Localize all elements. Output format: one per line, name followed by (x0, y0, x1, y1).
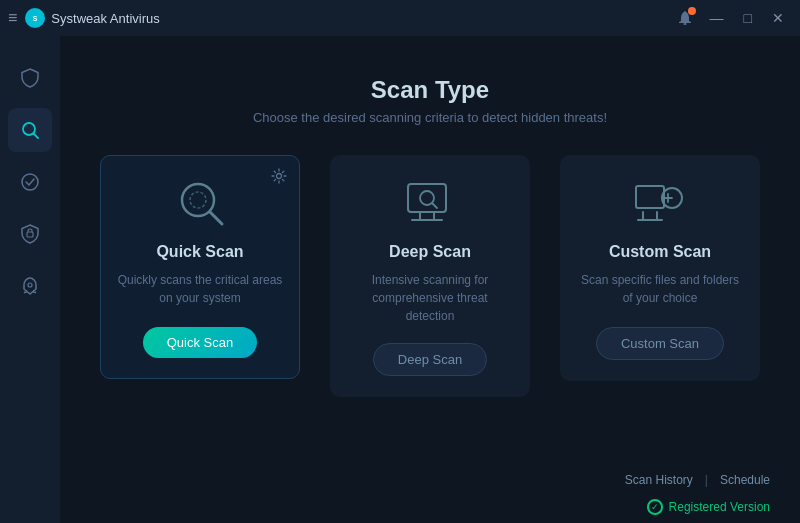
page-subtitle: Choose the desired scanning criteria to … (60, 110, 800, 125)
registered-label: Registered Version (669, 500, 770, 514)
quick-scan-button[interactable]: Quick Scan (143, 327, 257, 358)
svg-line-16 (432, 203, 437, 208)
title-bar-left: ≡ S Systweak Antivirus (8, 8, 160, 28)
notification-badge[interactable] (676, 9, 694, 27)
deep-scan-icon (400, 176, 460, 231)
quick-scan-desc: Quickly scans the critical areas on your… (117, 271, 283, 309)
svg-point-7 (277, 174, 282, 179)
svg-line-3 (34, 134, 39, 139)
svg-point-4 (22, 174, 38, 190)
custom-scan-desc: Scan specific files and folders of your … (577, 271, 743, 309)
sidebar-item-boost[interactable] (8, 264, 52, 308)
quick-scan-title: Quick Scan (156, 243, 243, 261)
sidebar-item-scan[interactable] (8, 108, 52, 152)
card-settings-icon[interactable] (271, 168, 287, 184)
svg-point-10 (190, 192, 206, 208)
close-button[interactable]: ✕ (764, 8, 792, 28)
shield-icon (19, 67, 41, 89)
lock-shield-icon (19, 223, 41, 245)
content-area: Scan Type Choose the desired scanning cr… (60, 36, 800, 523)
footer-divider: | (705, 473, 708, 487)
footer-links: Scan History | Schedule (625, 473, 770, 487)
scan-history-link[interactable]: Scan History (625, 473, 693, 487)
svg-line-9 (210, 212, 222, 224)
registered-version: ✓ Registered Version (60, 499, 800, 523)
title-bar: ≡ S Systweak Antivirus — □ ✕ (0, 0, 800, 36)
deep-scan-card[interactable]: Deep Scan Intensive scanning for compreh… (330, 155, 530, 397)
notification-dot (688, 7, 696, 15)
rocket-icon (19, 275, 41, 297)
minimize-button[interactable]: — (702, 8, 732, 28)
svg-rect-11 (408, 184, 446, 212)
main-layout: Scan Type Choose the desired scanning cr… (0, 36, 800, 523)
quick-scan-card[interactable]: Quick Scan Quickly scans the critical ar… (100, 155, 300, 379)
app-logo: S Systweak Antivirus (25, 8, 159, 28)
sidebar-item-vpn[interactable] (8, 212, 52, 256)
svg-rect-17 (636, 186, 664, 208)
custom-scan-card[interactable]: Custom Scan Scan specific files and fold… (560, 155, 760, 381)
sidebar-item-protection[interactable] (8, 56, 52, 100)
page-title: Scan Type (60, 76, 800, 104)
svg-point-6 (28, 283, 32, 287)
page-header: Scan Type Choose the desired scanning cr… (60, 36, 800, 145)
deep-scan-desc: Intensive scanning for comprehensive thr… (347, 271, 513, 325)
svg-rect-5 (27, 232, 33, 237)
maximize-button[interactable]: □ (736, 8, 760, 28)
sidebar-item-status[interactable] (8, 160, 52, 204)
hamburger-icon[interactable]: ≡ (8, 9, 17, 27)
svg-text:S: S (33, 15, 38, 22)
schedule-link[interactable]: Schedule (720, 473, 770, 487)
custom-scan-button[interactable]: Custom Scan (596, 327, 724, 360)
deep-scan-title: Deep Scan (389, 243, 471, 261)
scan-cards-container: Quick Scan Quickly scans the critical ar… (60, 145, 800, 463)
custom-scan-title: Custom Scan (609, 243, 711, 261)
check-icon (19, 171, 41, 193)
search-icon (19, 119, 41, 141)
deep-scan-button[interactable]: Deep Scan (373, 343, 487, 376)
custom-scan-icon (630, 176, 690, 231)
check-circle-icon: ✓ (647, 499, 663, 515)
svg-rect-1 (683, 23, 686, 25)
page-footer: Scan History | Schedule (60, 463, 800, 495)
title-bar-right: — □ ✕ (676, 8, 792, 28)
logo-icon: S (25, 8, 45, 28)
sidebar (0, 36, 60, 523)
app-title: Systweak Antivirus (51, 11, 159, 26)
quick-scan-icon (170, 176, 230, 231)
